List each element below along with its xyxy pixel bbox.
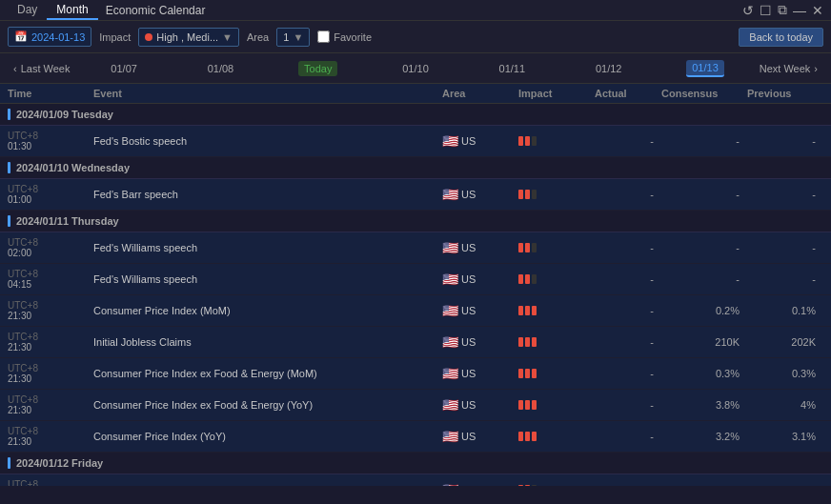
tab-month[interactable]: Month bbox=[47, 1, 97, 20]
th-consensus: Consensus bbox=[661, 88, 747, 99]
event-name: Fed's Williams speech bbox=[93, 242, 442, 253]
title-bar: Day Month Economic Calendar ↺ ☐ ⧉ — ✕ bbox=[0, 0, 831, 21]
area-select[interactable]: 1 ▼ bbox=[276, 28, 310, 47]
th-time: Time bbox=[8, 88, 93, 99]
nav-date-today[interactable]: Today bbox=[298, 61, 337, 76]
nav-date-0110[interactable]: 01/10 bbox=[396, 61, 435, 76]
consensus-value: -65.25B bbox=[661, 484, 747, 486]
previous-value: - bbox=[747, 242, 823, 253]
event-name: Consumer Price Index (MoM) bbox=[93, 305, 442, 316]
refresh-icon[interactable]: ↺ bbox=[742, 3, 754, 18]
impact-bars bbox=[518, 432, 595, 441]
time-value: 21:30 bbox=[8, 436, 93, 447]
table-row[interactable]: UTC+8 21:30 Consumer Price Index (MoM) 🇺… bbox=[0, 295, 831, 327]
nav-date-0113[interactable]: 01/13 bbox=[686, 60, 724, 77]
impact-bars bbox=[518, 306, 595, 315]
consensus-value: 3.2% bbox=[661, 431, 747, 442]
date-value: 2024-01-13 bbox=[31, 31, 85, 43]
consensus-value: - bbox=[661, 135, 747, 147]
time-value: 21:30 bbox=[8, 373, 93, 384]
day-header-0: 2024/01/09 Tuesday bbox=[0, 104, 831, 126]
app-title: Economic Calendar bbox=[106, 4, 206, 17]
nav-date-0111[interactable]: 01/11 bbox=[494, 61, 532, 76]
flag-icon: 🇺🇸 bbox=[442, 187, 458, 202]
back-to-today-button[interactable]: Back to today bbox=[739, 28, 823, 47]
flag-icon: 🇺🇸 bbox=[442, 303, 458, 318]
favorite-checkbox[interactable] bbox=[317, 30, 330, 43]
date-picker[interactable]: 📅 2024-01-13 bbox=[8, 27, 91, 47]
area-code: US bbox=[461, 305, 476, 316]
day-header-1: 2024/01/10 Wednesday bbox=[0, 157, 831, 179]
impact-bars bbox=[518, 243, 595, 252]
table-row[interactable]: UTC+8 04:15 Fed's Williams speech 🇺🇸 US … bbox=[0, 264, 831, 295]
table-row[interactable]: UTC+8 01:00 Fed's Barr speech 🇺🇸 US - - … bbox=[0, 179, 831, 211]
maximize-icon[interactable]: ⧉ bbox=[778, 2, 787, 18]
area-code: US bbox=[461, 273, 476, 285]
area-cell: 🇺🇸 US bbox=[442, 366, 518, 381]
table-row[interactable]: UTC+8 21:30 Initial Jobless Claims 🇺🇸 US… bbox=[0, 327, 831, 358]
th-previous: Previous bbox=[747, 88, 823, 99]
minimize-icon[interactable]: ☐ bbox=[760, 3, 772, 18]
timezone: UTC+8 bbox=[8, 332, 93, 342]
table-row[interactable]: UTC+8 21:30 Consumer Price Index ex Food… bbox=[0, 390, 831, 421]
time-value: 04:15 bbox=[8, 279, 93, 290]
nav-date-0112[interactable]: 01/12 bbox=[590, 61, 628, 76]
consensus-value: 3.8% bbox=[661, 399, 747, 411]
consensus-value: - bbox=[661, 273, 747, 285]
time-cell: UTC+8 03:00 bbox=[8, 479, 93, 486]
event-name: Fed's Williams speech bbox=[93, 273, 442, 285]
time-cell: UTC+8 21:30 bbox=[8, 394, 93, 415]
time-cell: UTC+8 21:30 bbox=[8, 332, 93, 353]
impact-bars bbox=[518, 190, 595, 199]
table-row[interactable]: UTC+8 03:00 Monthly Budget Statement 🇺🇸 … bbox=[0, 474, 831, 486]
close-icon[interactable]: ✕ bbox=[812, 3, 823, 18]
time-value: 21:30 bbox=[8, 311, 93, 321]
nav-date-0107[interactable]: 01/07 bbox=[105, 61, 143, 76]
flag-icon: 🇺🇸 bbox=[442, 482, 458, 486]
event-name: Consumer Price Index (YoY) bbox=[93, 431, 442, 442]
previous-value: - bbox=[747, 273, 823, 285]
area-code: US bbox=[461, 368, 476, 379]
time-cell: UTC+8 04:15 bbox=[8, 269, 93, 290]
impact-label: Impact bbox=[99, 31, 131, 43]
table-row[interactable]: UTC+8 21:30 Consumer Price Index ex Food… bbox=[0, 358, 831, 390]
prev-week-button[interactable]: ‹ Last Week bbox=[8, 63, 75, 74]
flag-icon: 🇺🇸 bbox=[442, 133, 458, 149]
flag-icon: 🇺🇸 bbox=[442, 272, 458, 287]
tab-day[interactable]: Day bbox=[8, 1, 47, 20]
impact-bars bbox=[518, 485, 595, 486]
actual-value: - bbox=[595, 273, 661, 285]
area-cell: 🇺🇸 US bbox=[442, 272, 518, 287]
area-cell: 🇺🇸 US bbox=[442, 133, 518, 149]
area-code: US bbox=[461, 242, 476, 253]
consensus-value: - bbox=[661, 189, 747, 200]
consensus-value: 210K bbox=[661, 336, 747, 348]
previous-value: 3.1% bbox=[747, 431, 823, 442]
previous-value: 202K bbox=[747, 336, 823, 348]
event-name: Initial Jobless Claims bbox=[93, 336, 442, 348]
event-name: Fed's Barr speech bbox=[93, 189, 442, 200]
table-row[interactable]: UTC+8 02:00 Fed's Williams speech 🇺🇸 US … bbox=[0, 232, 831, 264]
timezone: UTC+8 bbox=[8, 131, 93, 141]
table-row[interactable]: UTC+8 01:30 Fed's Bostic speech 🇺🇸 US - … bbox=[0, 126, 831, 157]
chevron-left-icon: ‹ bbox=[13, 63, 17, 74]
favorite-checkbox-group[interactable]: Favorite bbox=[317, 30, 372, 43]
timezone: UTC+8 bbox=[8, 394, 93, 405]
timezone: UTC+8 bbox=[8, 363, 93, 373]
impact-bars bbox=[518, 400, 595, 410]
flag-icon: 🇺🇸 bbox=[442, 334, 458, 350]
table-row[interactable]: UTC+8 21:30 Consumer Price Index (YoY) 🇺… bbox=[0, 421, 831, 453]
calendar-icon: 📅 bbox=[14, 30, 28, 43]
consensus-value: 0.3% bbox=[661, 368, 747, 379]
nav-date-0108[interactable]: 01/08 bbox=[202, 61, 240, 76]
impact-select[interactable]: High , Medi... ▼ bbox=[138, 28, 239, 47]
timezone: UTC+8 bbox=[8, 426, 93, 436]
flag-icon: 🇺🇸 bbox=[442, 429, 458, 444]
window-dash-icon[interactable]: — bbox=[793, 3, 806, 18]
event-name: Consumer Price Index ex Food & Energy (M… bbox=[93, 368, 442, 379]
area-code: US bbox=[461, 399, 476, 411]
next-week-button[interactable]: Next Week › bbox=[754, 63, 823, 74]
time-value: 21:30 bbox=[8, 342, 93, 353]
impact-bars bbox=[518, 136, 595, 146]
impact-bars bbox=[518, 337, 595, 347]
